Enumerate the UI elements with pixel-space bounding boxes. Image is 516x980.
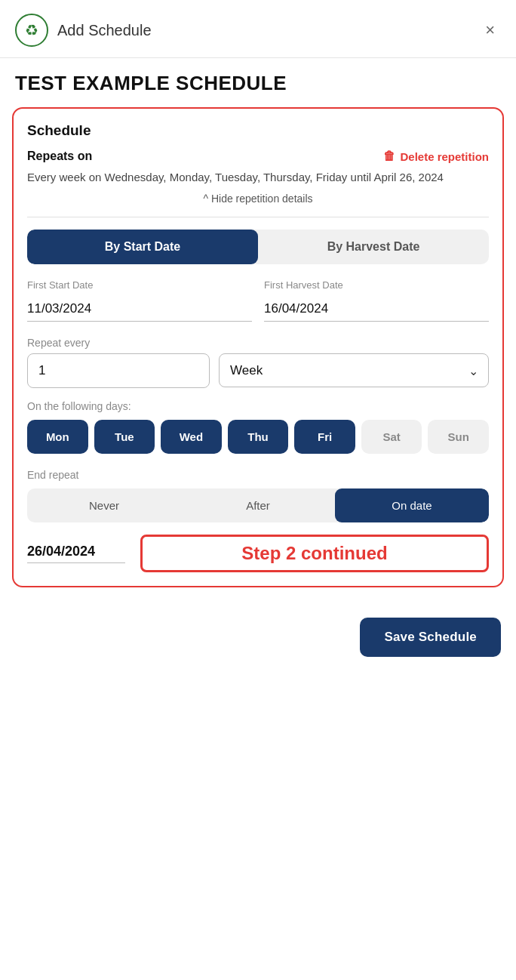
hide-details-label: ^ Hide repetition details bbox=[203, 193, 312, 205]
day-tue[interactable]: Tue bbox=[94, 420, 155, 454]
day-sun[interactable]: Sun bbox=[428, 420, 489, 454]
header-left: ♻ Add Schedule bbox=[15, 14, 152, 47]
day-fri[interactable]: Fri bbox=[294, 420, 355, 454]
repeats-on-row: Repeats on 🗑 Delete repetition bbox=[27, 149, 489, 163]
delete-repetition-label: Delete repetition bbox=[400, 150, 489, 163]
tab-by-start-date[interactable]: By Start Date bbox=[27, 230, 258, 264]
header: ♻ Add Schedule × bbox=[0, 0, 516, 58]
hide-details-button[interactable]: ^ Hide repetition details bbox=[27, 193, 489, 205]
repeat-every-section: Repeat every Day Week Month Year ⌄ bbox=[27, 337, 489, 388]
header-title: Add Schedule bbox=[57, 22, 152, 39]
end-after-button[interactable]: After bbox=[181, 488, 335, 522]
save-schedule-button[interactable]: Save Schedule bbox=[360, 618, 501, 657]
tab-by-harvest-date[interactable]: By Harvest Date bbox=[258, 230, 489, 264]
end-on-date-button[interactable]: On date bbox=[335, 488, 489, 522]
delete-repetition-button[interactable]: 🗑 Delete repetition bbox=[383, 149, 489, 163]
repeat-unit-select[interactable]: Day Week Month Year bbox=[219, 353, 489, 387]
first-start-date-field: First Start Date bbox=[27, 279, 252, 322]
first-harvest-date-input[interactable] bbox=[264, 295, 489, 322]
repeat-description: Every week on Wednesday, Monday, Tuesday… bbox=[27, 169, 489, 185]
end-repeat-label: End repeat bbox=[27, 469, 489, 481]
days-row: Mon Tue Wed Thu Fri Sat Sun bbox=[27, 420, 489, 454]
following-days-label: On the following days: bbox=[27, 400, 489, 412]
first-start-date-input[interactable] bbox=[27, 295, 252, 322]
step2-badge: Step 2 continued bbox=[140, 535, 489, 572]
repeat-every-label: Repeat every bbox=[27, 337, 489, 349]
first-start-date-label: First Start Date bbox=[27, 279, 252, 291]
end-date-value: 26/04/2024 bbox=[27, 544, 125, 563]
first-harvest-date-field: First Harvest Date bbox=[264, 279, 489, 322]
first-harvest-date-label: First Harvest Date bbox=[264, 279, 489, 291]
page-title: TEST EXAMPLE SCHEDULE bbox=[0, 58, 516, 107]
end-repeat-row: Never After On date bbox=[27, 488, 489, 522]
divider bbox=[27, 217, 489, 217]
footer: Save Schedule bbox=[0, 602, 516, 675]
close-button[interactable]: × bbox=[479, 19, 501, 42]
end-never-button[interactable]: Never bbox=[27, 488, 181, 522]
day-wed[interactable]: Wed bbox=[161, 420, 222, 454]
end-date-row: 26/04/2024 Step 2 continued bbox=[27, 535, 489, 572]
date-type-tabs: By Start Date By Harvest Date bbox=[27, 230, 489, 264]
step2-label: Step 2 continued bbox=[241, 543, 387, 563]
repeats-on-label: Repeats on bbox=[27, 149, 92, 163]
dates-row: First Start Date First Harvest Date bbox=[27, 279, 489, 322]
day-thu[interactable]: Thu bbox=[228, 420, 289, 454]
repeat-every-row: Day Week Month Year ⌄ bbox=[27, 353, 489, 388]
app-logo: ♻ bbox=[15, 14, 48, 47]
logo-icon: ♻ bbox=[25, 21, 38, 39]
repeat-unit-wrapper: Day Week Month Year ⌄ bbox=[219, 353, 489, 388]
trash-icon: 🗑 bbox=[383, 149, 395, 163]
schedule-card: Schedule Repeats on 🗑 Delete repetition … bbox=[12, 107, 504, 587]
card-section-title: Schedule bbox=[27, 122, 489, 139]
day-sat[interactable]: Sat bbox=[361, 420, 422, 454]
repeat-number-input[interactable] bbox=[27, 353, 210, 388]
day-mon[interactable]: Mon bbox=[27, 420, 88, 454]
